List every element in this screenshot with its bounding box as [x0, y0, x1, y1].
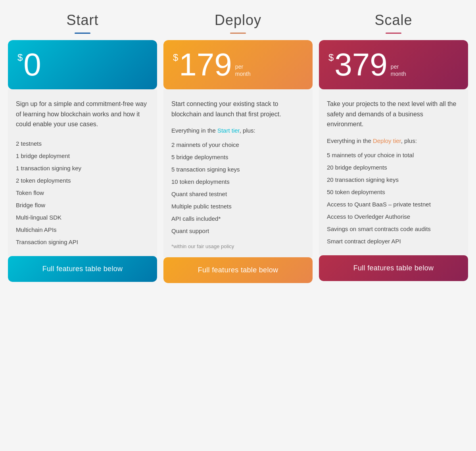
price-currency-scale: $: [328, 52, 334, 63]
start-cta-button[interactable]: Full features table below: [8, 256, 157, 282]
tier-intro-link-deploy[interactable]: Start tier: [217, 127, 240, 134]
list-item: 20 bridge deployments: [327, 161, 460, 173]
price-banner-deploy: $ 179 permonth: [163, 40, 313, 89]
list-item: Bridge flow: [16, 199, 149, 211]
plan-card-scale: $ 379 permonth Take your projects to the…: [319, 40, 468, 281]
price-banner-start: $ 0: [8, 40, 157, 89]
price-amount-scale: 379: [334, 49, 387, 81]
plan-title-area-scale: Scale: [319, 12, 468, 40]
list-item: Access to Overledger Authorise: [327, 210, 460, 223]
plan-underline-deploy: [230, 33, 246, 34]
plan-col-start: Start $ 0 Sign up for a simple and commi…: [8, 12, 157, 283]
list-item: Savings on smart contracts code audits: [327, 223, 460, 235]
list-item: Transaction signing API: [16, 236, 149, 248]
price-currency-deploy: $: [173, 52, 178, 63]
list-item: API calls included*: [171, 212, 305, 225]
list-item: Smart contract deployer API: [327, 235, 460, 247]
features-list-start: 2 testnets 1 bridge deployment 1 transac…: [16, 137, 149, 248]
list-item: 1 transaction signing key: [16, 162, 149, 174]
plan-col-deploy: Deploy $ 179 permonth Start connecting y…: [163, 12, 313, 283]
list-item: 10 token deployments: [171, 175, 305, 188]
list-item: 2 mainnets of your choice: [171, 139, 305, 151]
list-item: 2 token deployments: [16, 174, 149, 187]
list-item: Token flow: [16, 187, 149, 199]
price-period-scale: permonth: [391, 63, 406, 77]
list-item: Quant shared testnet: [171, 188, 305, 200]
plan-title-start: Start: [8, 12, 157, 29]
list-item: 1 bridge deployment: [16, 150, 149, 162]
list-item: Access to Quant BaaS – private testnet: [327, 198, 460, 210]
price-period-deploy: permonth: [235, 63, 251, 77]
plan-underline-start: [75, 33, 90, 34]
list-item: 5 mainnets of your choice in total: [327, 149, 460, 161]
list-item: 5 transaction signing keys: [171, 163, 305, 175]
price-currency-start: $: [17, 52, 23, 63]
plan-card-deploy: $ 179 permonth Start connecting your exi…: [163, 40, 313, 283]
price-banner-scale: $ 379 permonth: [319, 40, 468, 89]
plan-title-area-deploy: Deploy: [163, 12, 313, 40]
plan-title-area-start: Start: [8, 12, 157, 40]
scale-cta-button[interactable]: Full features table below: [319, 255, 468, 281]
list-item: Quant support: [171, 225, 305, 237]
features-list-scale: 5 mainnets of your choice in total 20 br…: [327, 149, 460, 247]
plan-features-intro-scale: Everything in the Deploy tier, plus:: [327, 137, 460, 144]
price-amount-start: 0: [23, 49, 41, 81]
tier-intro-link-scale[interactable]: Deploy tier: [373, 137, 401, 144]
tier-intro-prefix-deploy: Everything in the: [171, 127, 217, 134]
plan-col-scale: Scale $ 379 permonth Take your projects …: [319, 12, 468, 283]
list-item: 50 token deployments: [327, 186, 460, 198]
list-item: Multi-lingual SDK: [16, 211, 149, 224]
list-item: 5 bridge deployments: [171, 151, 305, 163]
list-item: Multiple public testnets: [171, 200, 305, 212]
plan-body-start: Sign up for a simple and commitment-free…: [8, 89, 157, 256]
plan-body-scale: Take your projects to the next level wit…: [319, 89, 468, 255]
plan-description-deploy: Start connecting your existing stack to …: [171, 99, 305, 119]
tier-intro-prefix-scale: Everything in the: [327, 137, 373, 144]
deploy-cta-button[interactable]: Full features table below: [163, 257, 313, 283]
plan-description-start: Sign up for a simple and commitment-free…: [16, 99, 149, 129]
tier-intro-suffix-deploy: , plus:: [240, 127, 255, 134]
plan-title-scale: Scale: [319, 12, 468, 29]
plan-underline-scale: [386, 33, 401, 34]
features-list-deploy: 2 mainnets of your choice 5 bridge deplo…: [171, 139, 305, 237]
plan-description-scale: Take your projects to the next level wit…: [327, 99, 460, 129]
list-item: 20 transaction signing keys: [327, 173, 460, 186]
tier-intro-suffix-scale: , plus:: [401, 137, 417, 144]
plan-features-intro-deploy: Everything in the Start tier, plus:: [171, 127, 305, 134]
plan-card-start: $ 0 Sign up for a simple and commitment-…: [8, 40, 157, 282]
plan-body-deploy: Start connecting your existing stack to …: [163, 89, 313, 257]
pricing-grid: Start $ 0 Sign up for a simple and commi…: [8, 12, 468, 283]
price-amount-deploy: 179: [179, 49, 232, 81]
list-item: Multichain APIs: [16, 224, 149, 236]
plan-title-deploy: Deploy: [163, 12, 313, 29]
fair-usage-note-deploy: *within our fair usage policy: [171, 243, 305, 249]
list-item: 2 testnets: [16, 137, 149, 150]
